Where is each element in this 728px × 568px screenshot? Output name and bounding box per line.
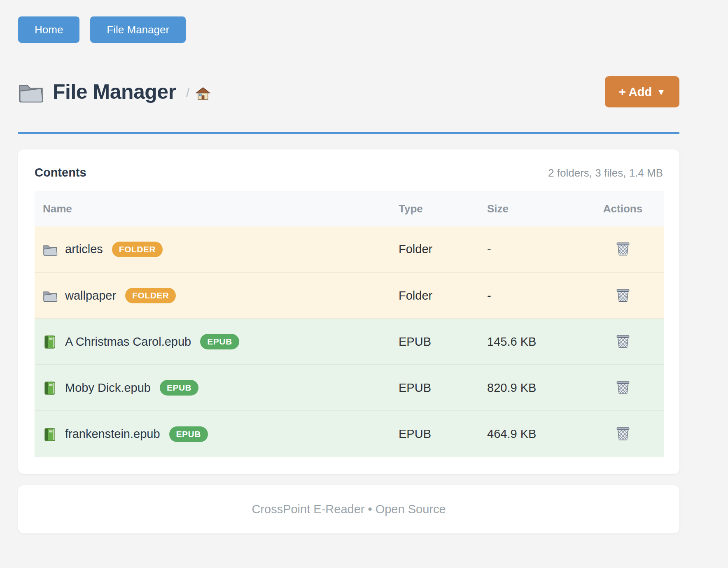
delete-button[interactable] [614, 424, 632, 443]
page-header: File Manager / + Add ▼ [18, 76, 679, 108]
top-nav: Home File Manager [18, 16, 679, 43]
column-header-name: Name [35, 191, 399, 226]
type-cell: Folder [399, 226, 487, 272]
footer: CrossPoint E-Reader • Open Source [18, 485, 679, 533]
size-cell: - [487, 272, 582, 319]
delete-button[interactable] [614, 332, 632, 351]
file-name[interactable]: frankenstein.epub [65, 427, 160, 441]
contents-card-header: Contents 2 folders, 3 files, 1.4 MB [35, 166, 663, 179]
home-button[interactable]: Home [18, 16, 79, 43]
book-icon [43, 428, 58, 441]
trash-icon [616, 333, 630, 349]
trash-icon [616, 379, 630, 395]
page-content: Home File Manager File Manager / + Add ▼… [18, 0, 679, 533]
type-cell: EPUB [399, 365, 487, 411]
book-icon [43, 381, 58, 394]
type-badge: EPUB [160, 380, 198, 396]
file-name[interactable]: Moby Dick.epub [65, 381, 151, 395]
type-cell: EPUB [399, 411, 487, 457]
delete-button[interactable] [614, 286, 632, 305]
contents-card: Contents 2 folders, 3 files, 1.4 MB Name… [18, 149, 679, 474]
contents-summary: 2 folders, 3 files, 1.4 MB [548, 167, 663, 179]
file-manager-button[interactable]: File Manager [90, 16, 186, 43]
type-badge: EPUB [169, 426, 208, 442]
type-cell: Folder [399, 272, 487, 319]
file-name[interactable]: A Christmas Carol.epub [65, 335, 191, 349]
table-row-folder: wallpaper FOLDER Folder - [35, 272, 664, 319]
folder-icon [43, 289, 58, 302]
type-badge: FOLDER [112, 242, 163, 257]
column-header-type: Type [399, 191, 487, 226]
size-cell: 820.9 KB [487, 365, 582, 411]
breadcrumb-home-link[interactable] [195, 86, 211, 100]
table-row-epub: A Christmas Carol.epub EPUB EPUB 145.6 K… [35, 319, 664, 365]
column-header-actions: Actions [582, 191, 664, 226]
trash-icon [616, 426, 630, 441]
file-name[interactable]: articles [65, 242, 103, 256]
size-cell: 464.9 KB [487, 411, 582, 457]
header-divider [18, 132, 679, 134]
table-header-row: Name Type Size Actions [35, 191, 664, 226]
table-row-folder: articles FOLDER Folder - [35, 226, 664, 272]
breadcrumb-separator: / [186, 86, 189, 100]
type-badge: EPUB [200, 334, 239, 349]
table-row-epub: Moby Dick.epub EPUB EPUB 820.9 KB [35, 365, 664, 411]
house-icon [195, 86, 211, 100]
book-icon [43, 335, 58, 348]
contents-title: Contents [35, 166, 86, 179]
folder-icon [43, 243, 58, 256]
trash-icon [616, 241, 630, 256]
delete-button[interactable] [614, 239, 632, 258]
table-row-epub: frankenstein.epub EPUB EPUB 464.9 KB [35, 411, 664, 457]
type-cell: EPUB [399, 319, 487, 365]
size-cell: 145.6 KB [487, 319, 582, 365]
chevron-down-icon: ▼ [657, 88, 665, 96]
add-button-label: + Add [619, 85, 652, 99]
folder-icon [18, 81, 44, 102]
page-title: File Manager [53, 80, 176, 104]
type-badge: FOLDER [125, 288, 176, 303]
column-header-size: Size [487, 191, 582, 226]
add-button[interactable]: + Add ▼ [605, 76, 679, 107]
trash-icon [616, 287, 630, 303]
delete-button[interactable] [614, 378, 632, 397]
footer-text: CrossPoint E-Reader • Open Source [252, 503, 446, 516]
size-cell: - [487, 226, 582, 272]
file-table: Name Type Size Actions articles FOLDER F… [35, 191, 664, 457]
file-name[interactable]: wallpaper [65, 289, 116, 303]
